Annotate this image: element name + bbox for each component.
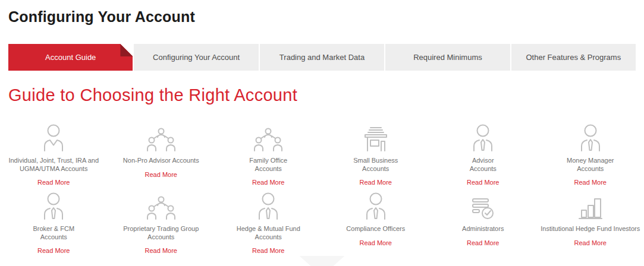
card-label-line: Proprietary Trading Group	[123, 225, 199, 233]
card-institutional-hedge-fund-investors: Institutional Hedge Fund Investors Read …	[537, 190, 644, 258]
people-group-icon	[146, 122, 177, 151]
card-label-line: UGMA/UTMA Accounts	[8, 165, 99, 173]
card-label-line: Accounts	[249, 165, 287, 173]
read-more-link[interactable]: Read More	[574, 179, 607, 186]
tab-label: Required Minimums	[413, 53, 482, 62]
card-label-line: Accounts	[33, 233, 74, 242]
read-more-link[interactable]: Read More	[360, 179, 392, 186]
read-more-link[interactable]: Read More	[37, 247, 70, 254]
card-label-line: Family Office	[249, 157, 287, 165]
card-label: Proprietary Trading Group Accounts	[123, 225, 199, 241]
card-label-line: Compliance Officers	[346, 225, 405, 233]
card-label: Non-Pro Advisor Accounts	[123, 157, 199, 165]
card-advisor-accounts: Advisor Accounts Read More	[429, 122, 537, 190]
card-label: Small Business Accounts	[353, 157, 398, 173]
read-more-link[interactable]: Read More	[145, 247, 177, 254]
read-more-link[interactable]: Read More	[467, 179, 499, 186]
read-more-link[interactable]: Read More	[574, 239, 607, 246]
card-label: Advisor Accounts	[470, 157, 497, 173]
person-icon	[39, 122, 68, 151]
card-proprietary-trading-group-accounts: Proprietary Trading Group Accounts Read …	[108, 190, 215, 258]
card-label-line: Accounts	[567, 165, 614, 173]
scroll-down-indicator[interactable]	[300, 256, 345, 266]
card-label-line: Individual, Joint, Trust, IRA and	[8, 157, 99, 165]
person-tie-icon	[469, 122, 497, 151]
checklist-icon	[469, 190, 497, 220]
card-small-business-accounts: Small Business Accounts Read More	[322, 122, 430, 190]
person-tie-icon	[254, 190, 282, 220]
card-family-office-accounts: Family Office Accounts Read More	[215, 122, 322, 190]
read-more-link[interactable]: Read More	[252, 247, 284, 254]
tab-account-guide[interactable]: Account Guide	[8, 44, 133, 71]
person-tie-icon	[362, 190, 390, 220]
card-label-line: Hedge & Mutual Fund	[237, 225, 300, 233]
read-more-link[interactable]: Read More	[37, 179, 70, 186]
card-label-line: Administrators	[462, 225, 504, 233]
read-more-link[interactable]: Read More	[145, 171, 177, 178]
card-label: Institutional Hedge Fund Investors	[541, 225, 640, 233]
person-tie-icon	[39, 190, 68, 220]
card-label-line: Small Business	[353, 157, 398, 165]
card-label-line: Broker & FCM	[33, 225, 74, 233]
tab-label: Other Features & Programs	[526, 53, 621, 62]
card-label: Money Manager Accounts	[567, 157, 614, 173]
tab-other-features-programs[interactable]: Other Features & Programs	[511, 44, 636, 71]
card-label-line: Non-Pro Advisor Accounts	[123, 157, 199, 165]
tab-label: Account Guide	[45, 53, 96, 62]
card-label-line: Money Manager	[567, 157, 614, 165]
person-tie-icon	[576, 122, 605, 151]
card-label-line: Advisor	[470, 157, 497, 165]
card-hedge-mutual-fund-accounts: Hedge & Mutual Fund Accounts Read More	[215, 190, 322, 258]
tab-configuring-your-account[interactable]: Configuring Your Account	[134, 44, 258, 71]
card-label-line: Accounts	[123, 233, 199, 242]
card-label-line: Accounts	[470, 165, 497, 173]
page-title: Configuring Your Account	[8, 7, 636, 26]
read-more-link[interactable]: Read More	[467, 239, 499, 246]
card-label: Compliance Officers	[346, 225, 405, 233]
section-heading: Guide to Choosing the Right Account	[8, 85, 636, 105]
bar-chart-icon	[577, 190, 604, 220]
tab-label: Trading and Market Data	[279, 53, 365, 62]
read-more-link[interactable]: Read More	[360, 239, 392, 246]
card-label: Administrators	[462, 225, 504, 233]
tab-bar: Account Guide Configuring Your Account T…	[8, 44, 636, 71]
account-cards-grid: Individual, Joint, Trust, IRA and UGMA/U…	[0, 122, 644, 258]
tab-trading-and-market-data[interactable]: Trading and Market Data	[260, 44, 384, 71]
card-individual-accounts: Individual, Joint, Trust, IRA and UGMA/U…	[0, 122, 108, 190]
card-compliance-officers: Compliance Officers Read More	[322, 190, 430, 258]
card-administrators: Administrators Read More	[429, 190, 537, 258]
tab-label: Configuring Your Account	[153, 53, 240, 62]
card-label-line: Institutional Hedge Fund Investors	[541, 225, 640, 233]
storefront-icon	[360, 122, 391, 151]
tab-required-minimums[interactable]: Required Minimums	[385, 44, 510, 71]
card-label: Family Office Accounts	[249, 157, 287, 173]
card-label: Individual, Joint, Trust, IRA and UGMA/U…	[8, 157, 99, 173]
card-label: Broker & FCM Accounts	[33, 225, 74, 241]
card-label: Hedge & Mutual Fund Accounts	[237, 225, 300, 241]
card-broker-fcm-accounts: Broker & FCM Accounts Read More	[0, 190, 108, 258]
card-non-pro-advisor-accounts: Non-Pro Advisor Accounts Read More	[108, 122, 215, 190]
card-label-line: Accounts	[237, 233, 300, 242]
people-group-icon	[146, 190, 177, 220]
card-money-manager-accounts: Money Manager Accounts Read More	[537, 122, 644, 190]
card-label-line: Accounts	[353, 165, 398, 173]
read-more-link[interactable]: Read More	[252, 179, 284, 186]
people-group-icon	[253, 122, 284, 151]
